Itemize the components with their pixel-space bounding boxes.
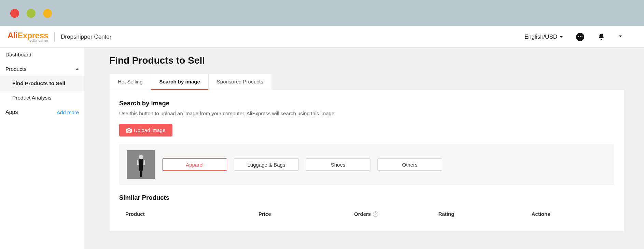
chevron-up-icon <box>75 68 79 70</box>
notifications-icon[interactable] <box>597 32 606 41</box>
tab-search-by-image[interactable]: Search by image <box>151 74 209 90</box>
column-orders: Orders ? <box>354 211 419 217</box>
main-content: Find Products to Sell Hot Selling Search… <box>85 48 644 249</box>
category-luggage-bags[interactable]: Luggage & Bags <box>234 158 299 171</box>
tab-sponsored-products[interactable]: Sponsored Products <box>208 74 272 90</box>
column-orders-label: Orders <box>354 211 371 217</box>
svg-rect-2 <box>140 171 142 177</box>
sidebar: Dashboard Products Find Products to Sell… <box>0 48 85 249</box>
header-right: English/USD <box>524 32 636 41</box>
window-maximize-button[interactable] <box>43 9 52 18</box>
user-menu-caret[interactable] <box>618 34 623 40</box>
logo-subtitle: Seller Center <box>8 39 48 42</box>
uploaded-image-thumbnail[interactable] <box>127 150 155 179</box>
column-price: Price <box>258 211 354 217</box>
sidebar-sub-label: Find Products to Sell <box>12 80 65 86</box>
column-actions: Actions <box>474 211 608 217</box>
sidebar-item-label: Products <box>5 66 26 72</box>
browser-chrome <box>0 0 644 26</box>
help-icon[interactable]: ? <box>373 211 378 217</box>
category-row: Apparel Luggage & Bags Shoes Others <box>119 144 614 185</box>
app-header: AliExpress Seller Center Dropshipper Cen… <box>0 26 644 48</box>
svg-point-1 <box>139 155 143 159</box>
header-section-title: Dropshipper Center <box>61 34 111 40</box>
sidebar-item-label: Apps <box>5 109 18 115</box>
tab-hot-selling[interactable]: Hot Selling <box>109 74 151 90</box>
column-product: Product <box>125 211 258 217</box>
chat-icon[interactable] <box>576 32 585 41</box>
header-divider <box>54 32 55 42</box>
add-more-link[interactable]: Add more <box>57 109 79 115</box>
page-title: Find Products to Sell <box>109 55 624 66</box>
sidebar-sub-label: Product Analysis <box>12 95 52 101</box>
sidebar-sub-find-products[interactable]: Find Products to Sell <box>0 76 84 91</box>
upload-image-button[interactable]: Upload image <box>119 124 172 136</box>
table-header: Product Price Orders ? Rating Actions <box>119 206 614 222</box>
panel-description: Use this button to upload an image from … <box>119 110 614 116</box>
window-minimize-button[interactable] <box>27 9 36 18</box>
lang-currency-label: English/USD <box>524 34 557 40</box>
logo-ali: Ali <box>8 31 17 40</box>
sidebar-item-apps[interactable]: Apps Add more <box>0 105 84 119</box>
category-apparel[interactable]: Apparel <box>162 158 227 171</box>
camera-icon <box>126 128 132 133</box>
category-others[interactable]: Others <box>377 158 442 171</box>
language-currency-selector[interactable]: English/USD <box>524 34 563 40</box>
panel-title: Search by image <box>119 100 614 107</box>
category-shoes[interactable]: Shoes <box>306 158 370 171</box>
sidebar-item-products[interactable]: Products <box>0 62 84 76</box>
column-rating: Rating <box>419 211 474 217</box>
sidebar-item-dashboard[interactable]: Dashboard <box>0 48 84 62</box>
similar-products-title: Similar Products <box>119 194 614 201</box>
logo[interactable]: AliExpress Seller Center <box>8 31 48 42</box>
window-close-button[interactable] <box>10 9 19 18</box>
caret-down-icon <box>559 35 563 39</box>
sidebar-sub-product-analysis[interactable]: Product Analysis <box>0 91 84 105</box>
search-panel: Search by image Use this button to uploa… <box>109 90 624 232</box>
tabs: Hot Selling Search by image Sponsored Pr… <box>109 74 624 90</box>
sidebar-item-label: Dashboard <box>5 52 31 58</box>
upload-button-label: Upload image <box>134 127 166 133</box>
header-left: AliExpress Seller Center Dropshipper Cen… <box>8 31 111 42</box>
